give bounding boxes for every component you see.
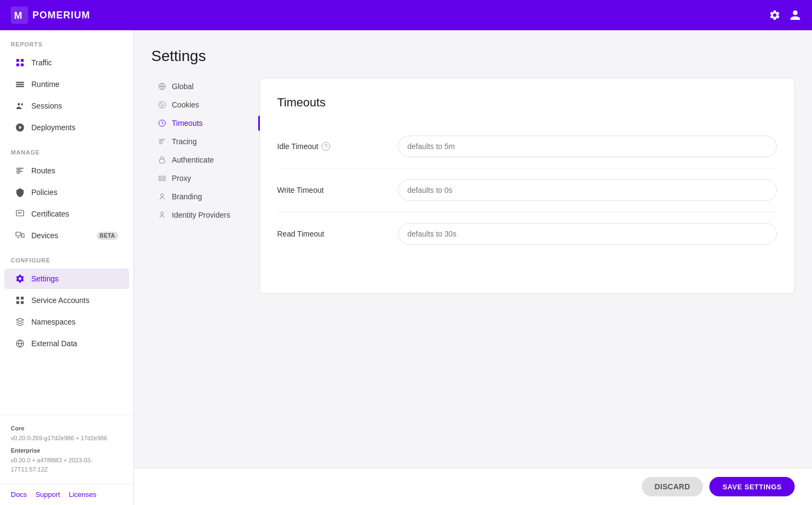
routes-icon [15, 166, 25, 176]
svg-rect-3 [16, 64, 19, 66]
enterprise-label: Enterprise [11, 446, 123, 456]
user-icon-button[interactable] [789, 9, 801, 21]
sidebar-item-service-accounts[interactable]: Service Accounts [4, 290, 129, 311]
gear-icon [769, 9, 781, 21]
external-data-icon [15, 339, 25, 348]
svg-rect-17 [21, 301, 24, 304]
settings-panel: Timeouts Idle Timeout ? Write Timeout [259, 78, 795, 294]
settings-nav-icon [15, 274, 25, 284]
timeouts-icon [158, 119, 166, 127]
svg-rect-14 [16, 297, 19, 299]
save-settings-button[interactable]: SAVE SETTINGS [709, 477, 795, 496]
svg-rect-8 [16, 86, 24, 87]
svg-point-21 [160, 103, 161, 104]
sidebar-item-runtime[interactable]: Runtime [4, 74, 129, 95]
support-link[interactable]: Support [36, 490, 61, 499]
cookies-icon [158, 100, 166, 109]
settings-nav-label: Branding [172, 192, 202, 201]
svg-point-9 [18, 103, 21, 106]
sessions-icon [15, 101, 25, 111]
svg-rect-6 [16, 82, 24, 83]
svg-rect-27 [163, 176, 165, 178]
settings-nav-identity-providers[interactable]: Identity Providers [151, 206, 251, 224]
svg-rect-2 [16, 59, 19, 62]
authenticate-icon [158, 156, 166, 164]
settings-nav-label: Tracing [172, 137, 197, 146]
settings-panel-title: Timeouts [277, 96, 777, 110]
settings-nav-timeouts[interactable]: Timeouts [151, 115, 251, 132]
core-label: Core [11, 424, 123, 434]
devices-icon [15, 231, 25, 240]
svg-text:M: M [14, 10, 23, 21]
sidebar-item-external-data[interactable]: External Data [4, 333, 129, 354]
settings-nav-label: Global [172, 82, 193, 91]
docs-link[interactable]: Docs [11, 490, 27, 499]
user-icon [789, 9, 801, 21]
read-timeout-row: Read Timeout [277, 212, 777, 255]
svg-point-23 [161, 105, 162, 106]
settings-nav-label: Proxy [172, 174, 191, 183]
settings-nav-cookies[interactable]: Cookies [151, 96, 251, 113]
policies-icon [15, 187, 25, 197]
settings-nav-label: Timeouts [172, 119, 203, 127]
discard-button[interactable]: DISCARD [642, 477, 703, 496]
bottom-bar: DISCARD SAVE SETTINGS [134, 468, 812, 505]
sidebar-item-policies[interactable]: Policies [4, 182, 129, 203]
sidebar-item-deployments[interactable]: Deployments [4, 117, 129, 138]
sidebar-item-label: Service Accounts [31, 296, 89, 305]
idle-timeout-help-icon[interactable]: ? [321, 142, 330, 151]
core-value: v0.20.0-269-g17d2e986 + 17d2e986 [11, 434, 123, 443]
deployments-icon [15, 123, 25, 132]
read-timeout-input[interactable] [398, 223, 777, 245]
settings-layout: Global Cookies Timeouts [151, 78, 795, 294]
sidebar-item-devices[interactable]: Devices BETA [4, 225, 129, 246]
settings-nav-branding[interactable]: Branding [151, 188, 251, 205]
proxy-icon [158, 174, 166, 183]
namespaces-icon [15, 317, 25, 327]
sidebar-item-sessions[interactable]: Sessions [4, 96, 129, 116]
logo-icon: M [11, 6, 28, 24]
svg-point-30 [160, 194, 163, 197]
settings-nav-global[interactable]: Global [151, 78, 251, 95]
sidebar-version: Core v0.20.0-269-g17d2e986 + 17d2e986 En… [0, 415, 133, 483]
idle-timeout-label: Idle Timeout ? [277, 142, 385, 151]
read-timeout-label: Read Timeout [277, 230, 385, 238]
svg-point-31 [160, 212, 163, 215]
svg-rect-29 [163, 179, 165, 180]
svg-rect-26 [159, 176, 162, 178]
sidebar-item-label: Traffic [31, 58, 52, 67]
sidebar-item-label: Namespaces [31, 318, 76, 326]
svg-rect-16 [16, 301, 19, 304]
sidebar-item-traffic[interactable]: Traffic [4, 52, 129, 73]
sidebar-item-settings[interactable]: Settings [4, 268, 129, 289]
settings-nav-label: Cookies [172, 100, 199, 109]
settings-icon-button[interactable] [769, 9, 781, 21]
sidebar-footer-links: Docs Support Licenses [0, 483, 133, 505]
licenses-link[interactable]: Licenses [69, 490, 96, 499]
runtime-icon [15, 79, 25, 89]
write-timeout-input[interactable] [398, 179, 777, 201]
sidebar-item-namespaces[interactable]: Namespaces [4, 312, 129, 332]
app-name: POMERIUM [32, 10, 90, 21]
manage-section-label: MANAGE [0, 138, 133, 160]
settings-nav-label: Authenticate [172, 156, 214, 164]
idle-timeout-input[interactable] [398, 136, 777, 157]
settings-nav-authenticate[interactable]: Authenticate [151, 151, 251, 169]
topbar: M POMERIUM [0, 0, 812, 30]
svg-rect-28 [159, 179, 162, 180]
sidebar-item-label: Certificates [31, 210, 69, 218]
svg-point-22 [163, 105, 163, 105]
write-timeout-row: Write Timeout [277, 169, 777, 212]
settings-nav-proxy[interactable]: Proxy [151, 170, 251, 187]
sidebar-item-label: Runtime [31, 80, 59, 89]
svg-rect-4 [21, 59, 24, 62]
settings-nav-tracing[interactable]: Tracing [151, 133, 251, 150]
devices-beta-badge: BETA [97, 232, 118, 240]
write-timeout-label: Write Timeout [277, 186, 385, 194]
sidebar-item-routes[interactable]: Routes [4, 160, 129, 181]
svg-rect-11 [16, 210, 24, 216]
idle-timeout-row: Idle Timeout ? [277, 125, 777, 169]
tracing-icon [158, 137, 166, 146]
svg-rect-25 [159, 159, 164, 163]
sidebar-item-certificates[interactable]: Certificates [4, 204, 129, 224]
